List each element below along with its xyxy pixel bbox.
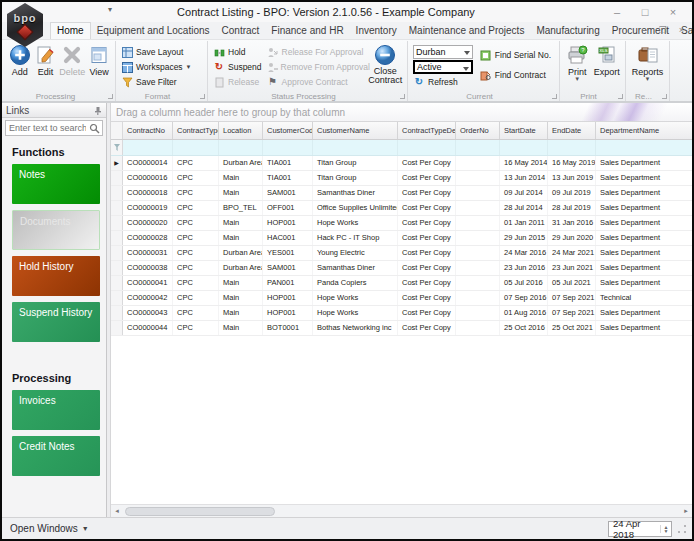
column-header-location[interactable]: Location <box>219 122 263 139</box>
column-header-orderno[interactable]: OrderNo <box>456 122 500 139</box>
suspend-history-button[interactable]: Suspend History <box>12 302 100 342</box>
table-row[interactable]: CO0000043 CPC Main HOP001 Hope Works Cos… <box>111 306 692 321</box>
minimize-button[interactable]: – <box>610 6 624 18</box>
processing-dialog-launcher-icon[interactable] <box>108 94 113 99</box>
cell-contracttypedesc: Cost Per Copy <box>398 246 456 260</box>
date-spinner[interactable]: ▲▼ <box>660 525 671 533</box>
tab-home[interactable]: Home <box>50 22 91 39</box>
release-icon <box>213 76 225 88</box>
filter-cell[interactable] <box>398 140 456 155</box>
filter-cell[interactable] <box>263 140 313 155</box>
notes-button[interactable]: Notes <box>12 164 100 204</box>
close-contract-icon <box>374 43 396 67</box>
row-indicator <box>111 201 123 215</box>
column-header-departmentname[interactable]: DepartmentName <box>596 122 692 139</box>
scrollbar-track[interactable] <box>123 505 680 517</box>
save-filter-button[interactable]: Save Filter <box>121 75 192 89</box>
suspend-button[interactable]: ↻ Suspend <box>213 60 263 74</box>
table-row[interactable]: CO0000018 CPC Main SAM001 Samanthas Dine… <box>111 186 692 201</box>
pin-icon[interactable] <box>93 106 102 115</box>
tab-maintenance-and-projects[interactable]: Maintenance and Projects <box>403 23 531 39</box>
date-editor[interactable]: 24 Apr 2018 ▲▼ <box>608 521 672 537</box>
cell-departmentname: Sales Department <box>596 231 692 245</box>
table-row[interactable]: CO0000031 CPC Durban Area YES001 Young E… <box>111 246 692 261</box>
save-layout-button[interactable]: Save Layout <box>121 45 192 59</box>
close-contract-button[interactable]: Close Contract <box>368 43 403 85</box>
column-header-contractno[interactable]: ContractNo <box>123 122 173 139</box>
group-by-bar[interactable]: Drag a column header here to group by th… <box>111 103 692 122</box>
table-row[interactable]: CO0000020 CPC Main HOP001 Hope Works Cos… <box>111 216 692 231</box>
filter-cell[interactable] <box>123 140 173 155</box>
documents-button[interactable]: Documents <box>12 210 100 250</box>
scroll-right-icon[interactable]: ▸ <box>680 507 692 515</box>
search-icon[interactable] <box>89 123 100 134</box>
filter-cell[interactable] <box>219 140 263 155</box>
site-filter-combobox[interactable]: Durban <box>413 45 473 59</box>
cell-location: Main <box>219 186 263 200</box>
tab-manufacturing[interactable]: Manufacturing <box>530 23 605 39</box>
remove-from-approval-button[interactable]: Remove From Approval <box>267 60 365 74</box>
filter-cell[interactable] <box>456 140 500 155</box>
reports-button[interactable]: Reports ▼ <box>630 43 665 82</box>
status-filter-combobox[interactable]: Active <box>413 60 473 74</box>
edit-button[interactable]: Edit <box>34 43 58 77</box>
filter-cell[interactable] <box>500 140 548 155</box>
refresh-button[interactable]: ↻ Refresh <box>413 75 476 89</box>
hold-history-button[interactable]: Hold History <box>12 256 100 296</box>
table-row[interactable]: CO0000028 CPC Main HAC001 Hack PC - IT S… <box>111 231 692 246</box>
close-button[interactable]: × <box>666 6 680 18</box>
column-header-contracttypedesc[interactable]: ContractTypeDesc <box>398 122 456 139</box>
tab-finance-and-hr[interactable]: Finance and HR <box>265 23 349 39</box>
scroll-left-icon[interactable]: ◂ <box>111 507 123 515</box>
scrollbar-thumb[interactable] <box>125 507 275 516</box>
add-button[interactable]: Add <box>8 43 32 77</box>
invoices-button[interactable]: Invoices <box>12 390 100 430</box>
tab-equipment-and-locations[interactable]: Equipment and Locations <box>91 23 216 39</box>
table-row[interactable]: CO0000019 CPC BPO_TEL OFF001 Office Supp… <box>111 201 692 216</box>
horizontal-scrollbar[interactable]: ◂ ▸ <box>111 504 692 517</box>
tab-contract[interactable]: Contract <box>216 23 266 39</box>
format-dialog-launcher-icon[interactable] <box>200 94 205 99</box>
column-header-startdate[interactable]: StartDate <box>500 122 548 139</box>
tab-inventory[interactable]: Inventory <box>350 23 403 39</box>
hold-button[interactable]: Hold <box>213 45 263 59</box>
approve-contract-button[interactable]: ⚑ Approve Contract <box>267 75 365 89</box>
table-row[interactable]: ▶ CO0000014 CPC Durban Area TIA001 Titan… <box>111 156 692 171</box>
open-windows-button[interactable]: Open Windows ▼ <box>6 523 93 534</box>
reports-dialog-launcher-icon[interactable] <box>662 94 667 99</box>
column-header-customername[interactable]: CustomerName <box>313 122 398 139</box>
workspaces-button[interactable]: Workspaces ▼ <box>121 60 192 74</box>
date-value: 24 Apr 2018 <box>609 518 660 540</box>
export-button[interactable]: XLS Export <box>593 43 621 77</box>
ribbon-minimize-icon[interactable]: – <box>642 25 647 35</box>
filter-cell[interactable] <box>313 140 398 155</box>
print-button[interactable]: ? Print ▼ <box>564 43 591 82</box>
delete-button[interactable]: Delete <box>59 43 85 77</box>
sidebar-search-input[interactable] <box>6 123 89 133</box>
restore-button[interactable]: □ <box>638 6 652 18</box>
table-row[interactable]: CO0000041 CPC Main PAN001 Panda Copiers … <box>111 276 692 291</box>
status-processing-dialog-launcher-icon[interactable] <box>400 94 405 99</box>
release-button[interactable]: Release <box>213 75 263 89</box>
table-row[interactable]: CO0000016 CPC Main TIA001 Titan Group Co… <box>111 171 692 186</box>
table-row[interactable]: CO0000042 CPC Main HOP001 Hope Works Cos… <box>111 291 692 306</box>
print-dialog-launcher-icon[interactable] <box>618 94 623 99</box>
find-contract-button[interactable]: Find Contract <box>480 68 554 82</box>
table-row[interactable]: CO0000044 CPC Main BOT0001 Bothas Networ… <box>111 321 692 336</box>
ribbon-close-icon[interactable]: × <box>679 25 684 35</box>
column-header-contracttype[interactable]: ContractType <box>173 122 219 139</box>
resize-grip-icon[interactable] <box>676 523 688 535</box>
table-row[interactable]: CO0000038 CPC Durban Area SAM001 Samanth… <box>111 261 692 276</box>
current-dialog-launcher-icon[interactable] <box>552 94 557 99</box>
column-header-customercode[interactable]: CustomerCode <box>263 122 313 139</box>
filter-cell[interactable] <box>173 140 219 155</box>
filter-cell[interactable] <box>596 140 692 155</box>
column-header-enddate[interactable]: EndDate <box>548 122 596 139</box>
release-for-approval-button[interactable]: Release For Approval <box>267 45 365 59</box>
view-button[interactable]: View <box>87 43 111 77</box>
filter-cell[interactable] <box>548 140 596 155</box>
credit-notes-button[interactable]: Credit Notes <box>12 436 100 476</box>
ribbon-restore-icon[interactable]: ❐ <box>659 25 667 35</box>
quick-access-dropdown-icon[interactable]: ▾ <box>108 5 112 14</box>
find-serial-no-button[interactable]: Find Serial No. <box>480 48 554 62</box>
